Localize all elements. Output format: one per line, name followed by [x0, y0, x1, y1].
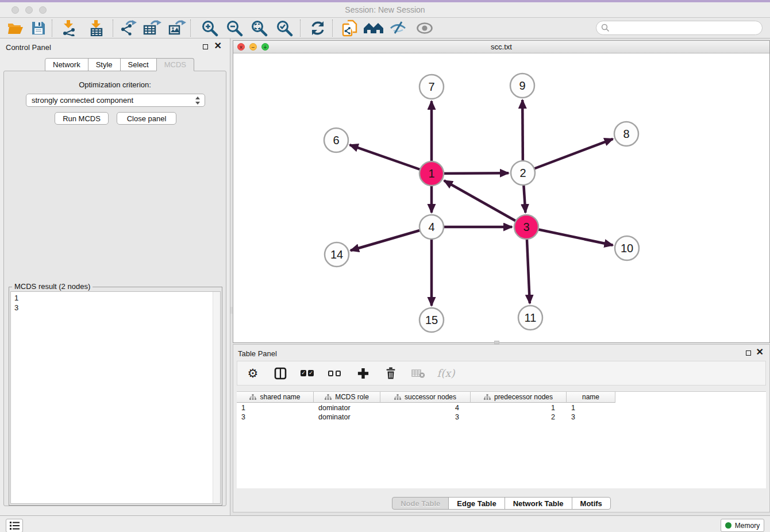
- column-label: successor nodes: [405, 393, 456, 401]
- delete-column-icon[interactable]: [383, 366, 398, 381]
- table-cell[interactable]: 3: [380, 413, 471, 421]
- tab-select[interactable]: Select: [120, 58, 157, 71]
- column-header-name[interactable]: name: [567, 392, 615, 403]
- hierarchy-icon: [325, 394, 332, 400]
- column-header-shared-name[interactable]: shared name: [237, 392, 314, 403]
- mcds-result-group: MCDS result (2 nodes) 1 3: [9, 287, 222, 506]
- column-header-predecessor-nodes[interactable]: predecessor nodes: [471, 392, 567, 403]
- float-table-panel-icon[interactable]: [746, 350, 751, 356]
- node-table: shared name MCDS role successor nodes pr…: [237, 391, 766, 488]
- tab-network[interactable]: Network: [45, 58, 88, 71]
- export-network-icon[interactable]: [118, 19, 138, 37]
- zoom-fit-icon[interactable]: [249, 19, 269, 37]
- column-chooser-icon[interactable]: [273, 366, 288, 381]
- result-scrollbar[interactable]: [213, 292, 220, 503]
- column-label: MCDS role: [335, 393, 369, 401]
- control-panel-title: Control Panel: [6, 43, 51, 52]
- svg-text:3: 3: [523, 221, 529, 233]
- tab-mcds[interactable]: MCDS: [156, 58, 194, 71]
- delete-table-icon: [411, 366, 426, 381]
- table-cell[interactable]: dominator: [314, 404, 380, 412]
- deselect-all-icon[interactable]: [328, 366, 343, 381]
- svg-text:1: 1: [428, 167, 434, 180]
- vertical-splitter[interactable]: [230, 307, 233, 314]
- svg-text:8: 8: [623, 128, 629, 140]
- import-table-icon[interactable]: [87, 19, 106, 37]
- control-panel: Control Panel ✕ Network Style Select MCD…: [0, 38, 230, 515]
- import-network-icon[interactable]: [59, 19, 79, 37]
- tab-edge-table[interactable]: Edge Table: [448, 497, 505, 510]
- tab-node-table[interactable]: Node Table: [392, 497, 449, 510]
- network-window-title: scc.txt: [233, 43, 769, 51]
- svg-text:7: 7: [428, 80, 434, 93]
- control-panel-tabs: Network Style Select MCDS: [45, 58, 194, 71]
- table-cell[interactable]: 1: [567, 404, 615, 412]
- table-row[interactable]: 1dominator411: [237, 403, 766, 413]
- clone-network-icon[interactable]: [340, 19, 360, 37]
- column-label: name: [582, 393, 599, 401]
- svg-text:10: 10: [621, 242, 633, 255]
- criterion-dropdown[interactable]: strongly connected component: [26, 94, 205, 107]
- function-builder-icon: f(x): [438, 366, 453, 381]
- table-cell[interactable]: 3: [567, 413, 615, 421]
- hide-selected-icon[interactable]: [388, 19, 408, 37]
- network-window-titlebar[interactable]: × − + scc.txt: [233, 41, 769, 53]
- table-cell[interactable]: 4: [380, 404, 471, 412]
- tab-motifs[interactable]: Motifs: [572, 497, 611, 510]
- select-all-icon[interactable]: ✓✓: [301, 366, 315, 381]
- open-session-icon[interactable]: [5, 19, 25, 37]
- table-cell[interactable]: 2: [471, 413, 567, 421]
- network-graph[interactable]: 7968124314101511: [233, 53, 769, 342]
- show-all-icon[interactable]: [415, 19, 434, 37]
- table-panel: Table Panel ✕ ⚙ ✓✓ f(x): [233, 344, 770, 512]
- export-table-icon[interactable]: [143, 19, 162, 37]
- application-window: Session: New Session: [0, 0, 770, 532]
- table-cell[interactable]: 1: [237, 404, 314, 412]
- hierarchy-icon: [484, 394, 491, 400]
- home-icon[interactable]: [362, 19, 385, 37]
- tab-style[interactable]: Style: [88, 58, 121, 71]
- run-mcds-button[interactable]: Run MCDS: [55, 112, 109, 125]
- memory-label: Memory: [735, 522, 760, 530]
- dropdown-arrows-icon: [195, 96, 201, 105]
- export-image-icon[interactable]: [167, 19, 187, 37]
- hierarchy-icon: [394, 394, 401, 400]
- save-session-icon[interactable]: [29, 19, 48, 37]
- apply-layout-icon[interactable]: [308, 19, 328, 37]
- zoom-in-icon[interactable]: [200, 19, 220, 37]
- column-header-mcds-role[interactable]: MCDS role: [314, 392, 380, 403]
- search-icon: [601, 24, 610, 32]
- window-title: Session: New Session: [0, 5, 770, 14]
- column-header-successor-nodes[interactable]: successor nodes: [380, 392, 471, 403]
- close-panel-icon[interactable]: ✕: [214, 41, 222, 51]
- close-panel-button[interactable]: Close panel: [117, 112, 176, 125]
- table-tabs: Node Table Edge Table Network Table Moti…: [233, 497, 769, 510]
- svg-text:9: 9: [519, 79, 525, 92]
- memory-button[interactable]: Memory: [721, 519, 764, 532]
- zoom-out-icon[interactable]: [225, 19, 244, 37]
- column-label: shared name: [260, 393, 300, 401]
- task-history-button[interactable]: [6, 519, 23, 532]
- float-panel-icon[interactable]: [203, 44, 208, 49]
- table-settings-icon[interactable]: ⚙: [245, 366, 260, 381]
- mcds-result-text[interactable]: 1 3: [10, 291, 221, 504]
- criterion-value: strongly connected component: [32, 96, 133, 105]
- table-cell[interactable]: dominator: [314, 413, 380, 421]
- main-toolbar: [0, 18, 770, 38]
- memory-status-icon: [725, 522, 732, 529]
- network-canvas[interactable]: 7968124314101511: [233, 53, 769, 342]
- mcds-tab-content: Optimization criterion: strongly connect…: [3, 71, 226, 506]
- search-input[interactable]: [610, 22, 762, 34]
- table-cell[interactable]: 3: [237, 413, 314, 421]
- svg-text:4: 4: [428, 221, 434, 233]
- table-body[interactable]: 1dominator4113dominator323: [237, 403, 766, 488]
- svg-text:15: 15: [425, 314, 438, 326]
- table-cell[interactable]: 1: [471, 404, 567, 412]
- zoom-selected-icon[interactable]: [275, 19, 294, 37]
- svg-text:6: 6: [333, 134, 339, 147]
- search-field[interactable]: [596, 21, 763, 35]
- table-row[interactable]: 3dominator323: [237, 413, 766, 422]
- close-table-panel-icon[interactable]: ✕: [756, 347, 764, 357]
- new-column-icon[interactable]: [356, 366, 371, 381]
- tab-network-table[interactable]: Network Table: [505, 497, 572, 510]
